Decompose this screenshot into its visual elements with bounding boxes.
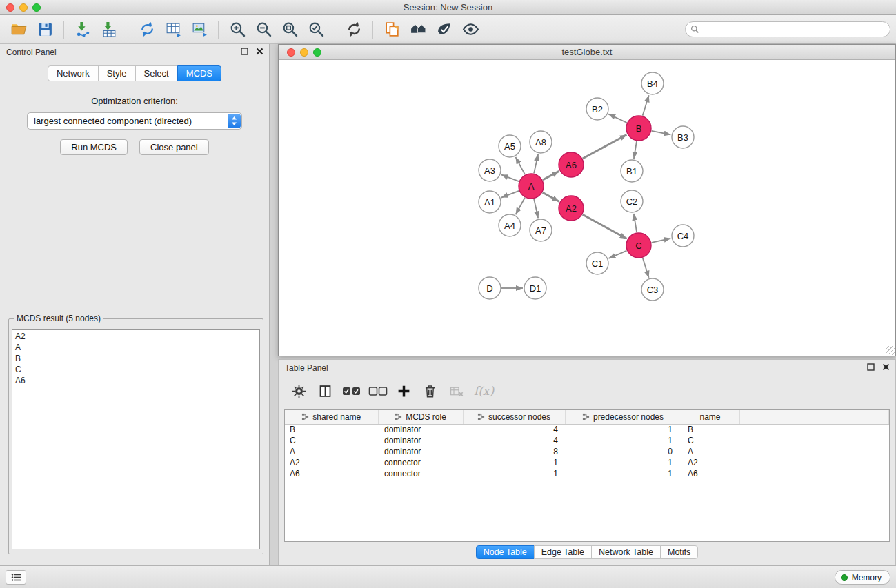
table-cell[interactable]: C — [285, 435, 378, 446]
column-header-predecessor-nodes[interactable]: predecessor nodes — [565, 410, 681, 424]
table-row[interactable]: Cdominator41C — [285, 435, 889, 446]
save-session-button[interactable] — [32, 18, 58, 41]
tab-motifs[interactable]: Motifs — [660, 545, 698, 559]
table-cell[interactable]: A6 — [285, 468, 378, 479]
memory-button[interactable]: Memory — [835, 570, 890, 585]
edge-B-B2[interactable] — [608, 114, 627, 123]
table-cell[interactable]: dominator — [378, 424, 463, 435]
tab-edge-table[interactable]: Edge Table — [534, 545, 592, 559]
edge-A-A4[interactable] — [516, 198, 525, 215]
table-cell[interactable]: B — [681, 424, 739, 435]
table-cell[interactable]: dominator — [378, 435, 463, 446]
window-resize-grip[interactable] — [886, 346, 895, 355]
table-cell[interactable]: 1 — [565, 457, 681, 468]
network-table-button[interactable] — [160, 18, 186, 41]
table-cell[interactable]: 1 — [565, 435, 681, 446]
graph-node-C4[interactable]: C4 — [672, 225, 694, 247]
table-row[interactable]: Bdominator41B — [285, 424, 889, 435]
float-panel-icon[interactable] — [241, 48, 248, 55]
graph-node-A5[interactable]: A5 — [499, 135, 521, 157]
graph-node-A6[interactable]: A6 — [559, 152, 584, 177]
table-cell[interactable]: 1 — [463, 468, 565, 479]
search-box[interactable] — [685, 21, 890, 37]
edge-A-A2[interactable] — [543, 192, 559, 201]
edge-A-A1[interactable] — [501, 191, 519, 198]
table-cell[interactable]: A — [681, 446, 739, 457]
node-table-container[interactable]: shared name MCDS role successor nodes pr… — [284, 409, 890, 542]
table-cell[interactable]: B — [285, 424, 378, 435]
table-row[interactable]: A2connector11A2 — [285, 457, 889, 468]
apply-style-button[interactable] — [431, 18, 457, 41]
edge-A-A8[interactable] — [534, 154, 538, 174]
run-mcds-button[interactable]: Run MCDS — [60, 139, 128, 155]
table-cell[interactable]: A — [285, 446, 378, 457]
edge-C-C2[interactable] — [634, 214, 637, 232]
table-cell[interactable]: dominator — [378, 446, 463, 457]
table-cell[interactable]: A6 — [681, 468, 739, 479]
result-item[interactable]: A6 — [15, 375, 257, 386]
close-panel-icon[interactable] — [256, 48, 263, 55]
edge-C-C4[interactable] — [652, 239, 671, 243]
column-header-shared-name[interactable]: shared name — [285, 410, 378, 424]
network-window-titlebar[interactable]: testGlobe.txt — [279, 45, 895, 60]
import-table-button[interactable] — [96, 18, 122, 41]
table-cell[interactable]: C — [681, 435, 739, 446]
graph-node-B3[interactable]: B3 — [672, 126, 694, 148]
home-layout-button[interactable] — [405, 18, 431, 41]
edge-A-A3[interactable] — [501, 174, 519, 181]
edge-A2-C[interactable] — [583, 214, 627, 239]
table-cell[interactable]: 4 — [463, 424, 565, 435]
result-item[interactable]: C — [15, 364, 257, 375]
column-header-mcds-role[interactable]: MCDS role — [378, 410, 463, 424]
table-cell[interactable]: 4 — [463, 435, 565, 446]
zoom-selected-button[interactable] — [303, 18, 329, 41]
edge-A-A6[interactable] — [543, 171, 559, 180]
copy-style-button[interactable] — [379, 18, 405, 41]
add-row-button[interactable] — [393, 381, 415, 401]
import-network-button[interactable] — [70, 18, 96, 41]
graph-node-A1[interactable]: A1 — [479, 191, 501, 213]
edge-B-B1[interactable] — [634, 141, 637, 159]
edge-A6-B[interactable] — [583, 135, 627, 159]
tab-network[interactable]: Network — [48, 65, 99, 81]
close-panel-button[interactable]: Close panel — [139, 139, 209, 155]
column-header-name[interactable]: name — [681, 410, 739, 424]
graph-node-A3[interactable]: A3 — [479, 159, 501, 181]
deselect-all-button[interactable] — [367, 381, 388, 401]
graph-node-A8[interactable]: A8 — [530, 131, 552, 153]
result-item[interactable]: B — [15, 353, 257, 364]
table-cell[interactable]: connector — [378, 468, 463, 479]
tab-mcds[interactable]: MCDS — [177, 65, 221, 81]
edge-A-A7[interactable] — [534, 199, 538, 219]
graph-node-A[interactable]: A — [519, 174, 544, 199]
edge-A-A5[interactable] — [516, 157, 526, 174]
graph-node-B1[interactable]: B1 — [621, 160, 643, 182]
table-cell[interactable]: 1 — [565, 468, 681, 479]
table-row[interactable]: Adominator80A — [285, 446, 889, 457]
optimization-criterion-dropdown[interactable]: largest connected component (directed) — [27, 112, 242, 130]
new-network-button[interactable] — [134, 18, 160, 41]
graph-node-C3[interactable]: C3 — [641, 278, 664, 301]
table-cell[interactable]: connector — [378, 457, 463, 468]
table-cell[interactable]: 0 — [565, 446, 681, 457]
float-panel-icon[interactable] — [867, 363, 875, 371]
refresh-button[interactable] — [341, 18, 367, 41]
table-settings-button[interactable] — [288, 381, 310, 401]
tab-network-table[interactable]: Network Table — [591, 545, 661, 559]
edge-C-C1[interactable] — [609, 251, 627, 258]
result-item[interactable]: A — [15, 342, 257, 353]
show-hide-button[interactable] — [457, 18, 484, 41]
graph-node-A2[interactable]: A2 — [559, 196, 584, 221]
mcds-result-list[interactable]: A2 A B C A6 — [12, 329, 260, 549]
graph-node-C2[interactable]: C2 — [621, 190, 643, 212]
graph-node-B2[interactable]: B2 — [586, 98, 608, 120]
network-canvas-area[interactable]: B4B2BB3A5A8A6B1A3AA1C2A2A4A7C4CC1C3DD1 — [279, 60, 895, 356]
network-canvas[interactable]: B4B2BB3A5A8A6B1A3AA1C2A2A4A7C4CC1C3DD1 — [279, 60, 895, 356]
graph-node-B4[interactable]: B4 — [641, 72, 664, 94]
edge-C-C3[interactable] — [643, 258, 649, 278]
zoom-fit-button[interactable] — [277, 18, 303, 41]
tab-select[interactable]: Select — [135, 65, 178, 81]
delete-column-button[interactable] — [446, 381, 467, 401]
graph-node-C1[interactable]: C1 — [586, 252, 608, 274]
close-panel-icon[interactable] — [882, 363, 890, 371]
